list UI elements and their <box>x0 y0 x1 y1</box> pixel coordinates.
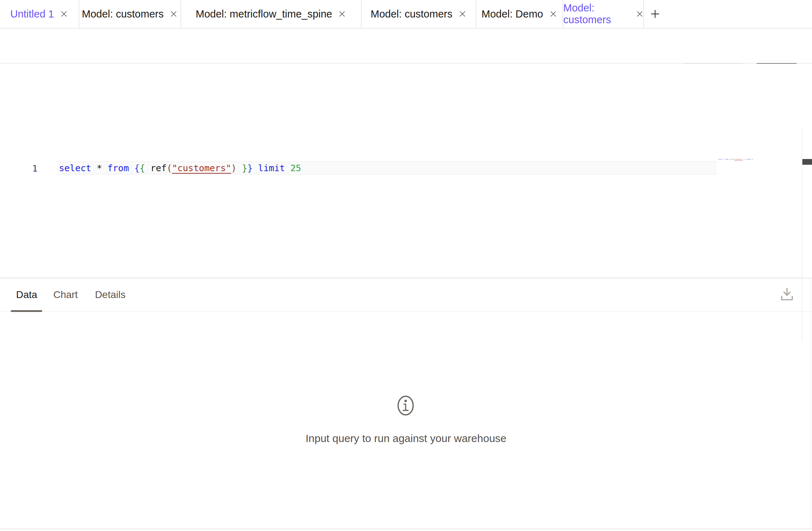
download-icon <box>781 287 793 302</box>
editor-minimap: select * from {{ ref("customers") }} lim… <box>718 159 804 164</box>
close-icon <box>550 10 557 18</box>
tab-label: Model: customers <box>371 8 452 20</box>
code-editor[interactable]: 1 select * from {{ ref("customers") }} l… <box>0 64 812 278</box>
tab-model-metricflow-time-spine[interactable]: Model: metricflow_time_spine <box>181 0 362 28</box>
results-tabs-divider <box>0 311 812 312</box>
tab-model-demo[interactable]: Model: Demo <box>476 0 563 28</box>
code-line: select * from {{ ref("customers") }} lim… <box>57 163 301 173</box>
tab-close-button[interactable] <box>169 10 178 18</box>
tab-close-button[interactable] <box>458 10 467 18</box>
tab-label: Model: customers <box>563 2 630 26</box>
empty-state-message: Input query to run against your warehous… <box>0 432 812 445</box>
tab-close-button[interactable] <box>338 10 346 18</box>
results-scrollbar-track <box>811 278 811 528</box>
active-tab-underline <box>11 310 42 312</box>
tab-model-customers-2[interactable]: Model: customers <box>362 0 476 28</box>
editor-active-line[interactable]: select * from {{ ref("customers") }} lim… <box>57 162 717 174</box>
editor-scrollbar-thumb[interactable] <box>802 159 812 165</box>
tab-close-button[interactable] <box>549 10 558 18</box>
tab-label: Model: customers <box>82 8 164 20</box>
tab-untitled-1[interactable]: Untitled 1 <box>0 0 79 28</box>
tab-data[interactable]: Data <box>16 289 37 301</box>
window-bottom-border <box>0 528 812 529</box>
tab-bar: Untitled 1 Model: customers Model: metri… <box>0 0 812 29</box>
close-icon <box>170 10 177 18</box>
close-icon <box>459 10 466 18</box>
tab-model-customers-1[interactable]: Model: customers <box>79 0 181 28</box>
close-icon <box>338 10 346 18</box>
tab-chart[interactable]: Chart <box>53 289 78 301</box>
close-icon <box>60 10 68 18</box>
tab-label: Untitled 1 <box>10 8 54 20</box>
new-tab-button[interactable] <box>644 0 666 28</box>
tab-details[interactable]: Details <box>95 289 126 301</box>
ide-window: Untitled 1 Model: customers Model: metri… <box>0 0 812 531</box>
line-number: 1 <box>21 163 38 174</box>
tab-model-customers-3[interactable]: Model: customers <box>563 0 644 28</box>
editor-toolbar: Develop Run <box>0 29 812 64</box>
minimap-code-line: select * from {{ ref("customers") }} lim… <box>718 159 744 160</box>
info-circle-icon <box>397 394 414 417</box>
tab-label: Model: Demo <box>481 8 543 20</box>
download-results-button[interactable] <box>780 287 794 302</box>
tab-close-button[interactable] <box>636 10 643 18</box>
tab-close-button[interactable] <box>60 10 68 18</box>
close-icon <box>636 10 643 18</box>
tab-label: Model: metricflow_time_spine <box>196 8 332 20</box>
results-tab-bar: Data Chart Details <box>0 278 812 311</box>
plus-icon <box>650 9 660 19</box>
